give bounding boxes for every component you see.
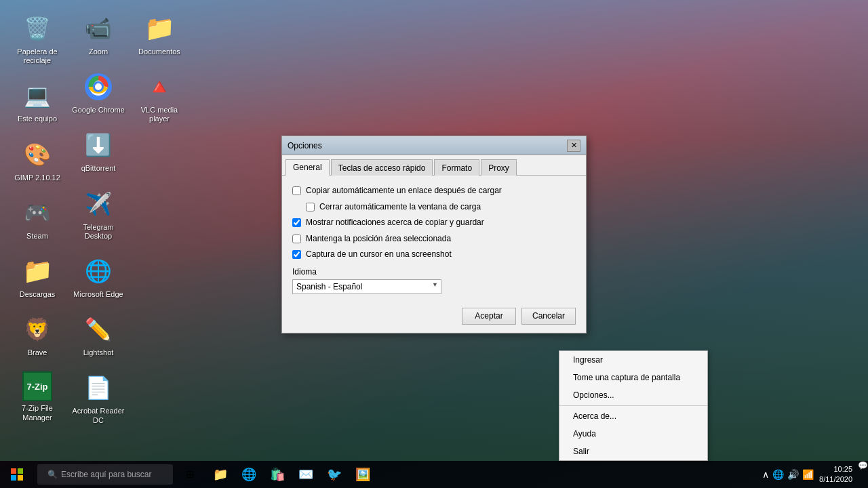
checkbox-mantener-pos[interactable] xyxy=(292,235,301,243)
desktop-icon-descargas[interactable]: 📁 Descargas xyxy=(7,249,68,304)
taskbar-photoshop[interactable]: 🖼️ xyxy=(349,461,376,488)
gimp-label: GIMP 2.10.12 xyxy=(14,174,60,182)
taskbar-clock[interactable]: 10:25 8/11/2020 xyxy=(819,464,852,485)
zoom-label: Zoom xyxy=(89,47,108,56)
taskbar-file-explorer[interactable]: 📁 xyxy=(207,461,234,488)
dialog-tabs: General Teclas de acceso rápido Formato … xyxy=(282,155,586,176)
idioma-section: Idioma Spanish - Español English German … xyxy=(292,267,576,294)
context-menu-item-acerca[interactable]: Acerca de... xyxy=(559,407,707,425)
lightshot-label: Lightshot xyxy=(83,348,114,357)
desktop-icon-vlc[interactable]: 🔺 VLC media player xyxy=(129,65,190,129)
lightshot-icon: ✏️ xyxy=(82,313,115,346)
desktop-icon-qbittorrent[interactable]: ⬇️ qBittorrent xyxy=(68,123,129,178)
dialog-title: Opciones xyxy=(288,141,322,150)
documentos-label: Documentos xyxy=(138,47,180,56)
taskbar-app-icons: 📁 🌐 🛍️ ✉️ 🐦 🖼️ xyxy=(207,461,376,488)
checkbox-copiar-auto[interactable] xyxy=(292,186,301,195)
tray-network-icon[interactable]: 🌐 xyxy=(772,469,784,480)
context-menu-item-opciones[interactable]: Opciones... xyxy=(559,386,707,404)
svg-rect-5 xyxy=(11,468,16,474)
svg-point-4 xyxy=(95,83,102,90)
desktop-icon-acrobat[interactable]: 📄 Acrobat Reader DC xyxy=(68,366,129,430)
7zip-icon: 7-Zip xyxy=(22,371,52,401)
search-placeholder: Escribe aquí para buscar xyxy=(61,470,151,479)
tab-general[interactable]: General xyxy=(285,159,330,176)
taskbar-chrome[interactable]: 🌐 xyxy=(235,461,262,488)
desktop-icon-gimp[interactable]: 🎨 GIMP 2.10.12 xyxy=(7,133,68,188)
checkbox-cerrar-auto[interactable] xyxy=(306,203,315,211)
google-chrome-icon xyxy=(82,70,115,103)
desktop-icon-lightshot[interactable]: ✏️ Lightshot xyxy=(68,308,129,363)
search-icon: 🔍 xyxy=(47,470,58,479)
desktop-icon-edge[interactable]: 🌐 Microsoft Edge xyxy=(68,249,129,304)
idioma-select[interactable]: Spanish - Español English German French … xyxy=(292,279,441,294)
desktop-icon-zoom[interactable]: 📹 Zoom xyxy=(68,7,129,62)
desktop-icon-papelera[interactable]: 🗑️ Papelera de reciclaje xyxy=(7,7,68,70)
dialog-body: Copiar automáticamente un enlace después… xyxy=(282,176,586,301)
taskbar-mail[interactable]: ✉️ xyxy=(292,461,319,488)
desktop-icon-telegram[interactable]: ✈️ Telegram Desktop xyxy=(68,182,129,246)
notification-button[interactable]: 💬 xyxy=(858,461,861,488)
descargas-icon: 📁 xyxy=(21,255,54,287)
desktop-icon-7zip[interactable]: 7-Zip 7-Zip File Manager xyxy=(7,366,68,427)
context-menu: Ingresar Tome una captura de pantalla Op… xyxy=(559,350,708,461)
clock-time: 10:25 xyxy=(819,464,852,474)
tab-teclas[interactable]: Teclas de acceso rápido xyxy=(331,159,433,176)
taskbar-store[interactable]: 🛍️ xyxy=(264,461,291,488)
desktop-icon-documentos[interactable]: 📁 Documentos xyxy=(129,7,190,62)
context-menu-item-ayuda[interactable]: Ayuda xyxy=(559,425,707,443)
tab-formato[interactable]: Formato xyxy=(434,159,479,176)
checkbox-row-mantener-pos: Mantenga la posición área seleccionada xyxy=(292,234,576,245)
options-dialog: Opciones ✕ General Teclas de acceso rápi… xyxy=(281,136,587,333)
tray-wifi-icon[interactable]: 📶 xyxy=(802,469,814,480)
este-equipo-label: Este equipo xyxy=(18,115,57,123)
context-menu-item-ingresar[interactable]: Ingresar xyxy=(559,351,707,369)
start-button[interactable] xyxy=(0,461,34,488)
tray-expand-icon[interactable]: ∧ xyxy=(762,469,769,480)
descargas-label: Descargas xyxy=(20,290,56,299)
zoom-icon: 📹 xyxy=(82,12,115,45)
telegram-icon: ✈️ xyxy=(82,188,115,220)
vlc-icon: 🔺 xyxy=(143,70,176,103)
edge-label: Microsoft Edge xyxy=(73,290,123,299)
svg-rect-8 xyxy=(18,475,23,481)
checkbox-captura-cursor[interactable] xyxy=(292,250,301,259)
taskbar-search[interactable]: 🔍 Escribe aquí para buscar xyxy=(37,464,173,485)
checkbox-mostrar-notif-label[interactable]: Mostrar notificaciones acerca de copiar … xyxy=(306,218,484,228)
acrobat-label: Acrobat Reader DC xyxy=(71,407,125,424)
checkbox-mostrar-notif[interactable] xyxy=(292,218,301,227)
context-menu-item-salir[interactable]: Salir xyxy=(559,443,707,460)
checkbox-captura-cursor-label[interactable]: Captura de un cursor en una screenshot xyxy=(306,249,452,260)
checkbox-copiar-auto-label[interactable]: Copiar automáticamente un enlace después… xyxy=(306,186,502,197)
desktop-icons-container: 🗑️ Papelera de reciclaje 💻 Este equipo 🎨… xyxy=(7,7,190,441)
desktop-icon-steam[interactable]: 🎮 Steam xyxy=(7,191,68,246)
taskbar-twitter[interactable]: 🐦 xyxy=(321,461,348,488)
clock-date: 8/11/2020 xyxy=(819,474,852,485)
desktop-icon-google-chrome[interactable]: Google Chrome xyxy=(68,65,129,120)
desktop-icon-brave[interactable]: 🦁 Brave xyxy=(7,308,68,363)
edge-icon: 🌐 xyxy=(82,255,115,287)
checkbox-cerrar-auto-label[interactable]: Cerrar automáticamente la ventana de car… xyxy=(319,202,481,213)
accept-button[interactable]: Aceptar xyxy=(462,308,516,325)
task-view-button[interactable]: ⊞ xyxy=(176,461,203,488)
context-menu-separator xyxy=(559,405,707,406)
tray-volume-icon[interactable]: 🔊 xyxy=(787,469,799,480)
7zip-label: 7-Zip File Manager xyxy=(10,404,64,422)
desktop-icon-este-equipo[interactable]: 💻 Este equipo xyxy=(7,74,68,129)
tab-proxy[interactable]: Proxy xyxy=(481,159,517,176)
idioma-select-wrapper: Spanish - Español English German French … xyxy=(292,279,441,294)
checkbox-mantener-pos-label[interactable]: Mantenga la posición área seleccionada xyxy=(306,234,451,245)
papelera-label: Papelera de reciclaje xyxy=(10,47,64,65)
vlc-label: VLC media player xyxy=(132,106,186,123)
windows-logo-icon xyxy=(11,468,23,481)
svg-rect-7 xyxy=(11,475,16,481)
taskbar-right: ∧ 🌐 🔊 📶 10:25 8/11/2020 💬 xyxy=(755,461,868,488)
cancel-button[interactable]: Cancelar xyxy=(521,308,576,325)
acrobat-icon: 📄 xyxy=(82,371,115,404)
context-menu-item-captura[interactable]: Tome una captura de pantalla xyxy=(559,369,707,386)
dialog-close-button[interactable]: ✕ xyxy=(567,140,580,152)
system-tray: ∧ 🌐 🔊 📶 xyxy=(762,469,814,480)
desktop: 🗑️ Papelera de reciclaje 💻 Este equipo 🎨… xyxy=(0,0,868,488)
idioma-label: Idioma xyxy=(292,267,576,277)
taskbar: 🔍 Escribe aquí para buscar ⊞ 📁 🌐 🛍️ ✉️ 🐦… xyxy=(0,461,868,488)
